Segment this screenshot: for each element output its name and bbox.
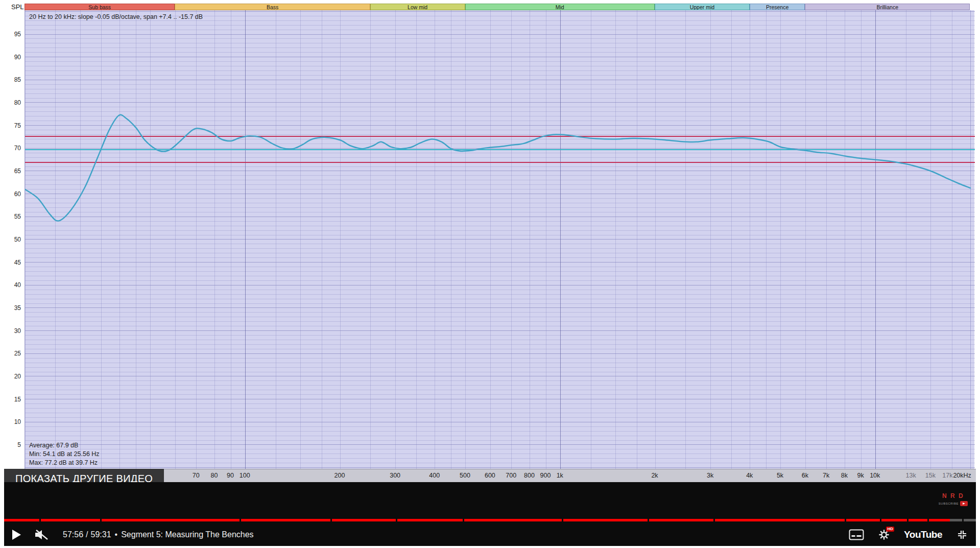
x-tick-label: 700: [506, 472, 516, 479]
chapter-gap: [100, 519, 102, 521]
chapter-gap: [907, 519, 909, 521]
time-current: 57:56: [63, 530, 83, 539]
stat-average: Average: 67.9 dB: [29, 441, 100, 450]
watermark-subscribe-row: SUBSCRIBE: [939, 501, 968, 506]
chapter-gap: [396, 519, 397, 521]
chapter-bullet: •: [115, 530, 118, 539]
band-upper-mid: Upper mid: [655, 4, 750, 10]
settings-button[interactable]: HD: [878, 529, 890, 540]
band-row: Sub bassBassLow midMidUpper midPresenceB…: [25, 4, 970, 10]
watermark-subscribe-label: SUBSCRIBE: [939, 502, 959, 505]
stats-block: Average: 67.9 dB Min: 54.1 dB at 25.56 H…: [29, 441, 100, 467]
band-brilliance: Brilliance: [805, 4, 970, 10]
x-tick-label: 5k: [777, 472, 783, 479]
chapter-gap: [845, 519, 846, 521]
spl-chart: SPL Sub bassBassLow midMidUpper midPrese…: [4, 2, 976, 482]
chapter-title[interactable]: Segment 5: Measuring The Benches: [121, 530, 253, 539]
x-tick-label: 13k: [905, 472, 916, 479]
y-tick-label: 35: [4, 304, 21, 312]
x-tick-label: 15k: [925, 472, 936, 479]
chapter-gap: [648, 519, 649, 521]
x-tick-label: 3k: [707, 472, 713, 479]
x-tick-label: 100: [240, 472, 250, 479]
band-sub-bass: Sub bass: [25, 4, 175, 10]
left-controls: 57:56 / 59:31 • Segment 5: Measuring The…: [12, 529, 254, 540]
plot-area: 20 Hz to 20 kHz: slope -0.05 dB/octave, …: [25, 10, 974, 469]
x-tick-label: 900: [540, 472, 551, 479]
y-tick-label: 45: [4, 258, 21, 267]
band-bass: Bass: [175, 4, 370, 10]
player-bottom-bar: N R D SUBSCRIBE: [4, 482, 976, 546]
y-tick-label: 15: [4, 395, 21, 403]
band-mid: Mid: [465, 4, 655, 10]
x-tick-label: 600: [485, 472, 495, 479]
y-tick-label: 10: [4, 418, 21, 426]
band-presence: Presence: [750, 4, 805, 10]
chapter-gap: [39, 519, 41, 521]
chapter-gap: [962, 519, 964, 521]
time-duration: 59:31: [91, 530, 111, 539]
right-controls: HD YouTube: [849, 529, 968, 540]
x-tick-label: 10k: [870, 472, 880, 479]
channel-watermark[interactable]: N R D SUBSCRIBE: [939, 492, 968, 506]
fullscreen-button[interactable]: [957, 529, 968, 540]
y-tick-label: 20: [4, 372, 21, 380]
stat-max: Max: 77.2 dB at 39.7 Hz: [29, 459, 100, 467]
y-tick-label: 65: [4, 167, 21, 175]
y-tick-label: 50: [4, 235, 21, 244]
y-tick-label: 85: [4, 76, 21, 84]
x-tick-label: 8k: [841, 472, 848, 479]
x-tick-label: 2k: [651, 472, 658, 479]
y-tick-label: 75: [4, 122, 21, 130]
chapter-gap: [463, 519, 464, 521]
x-tick-label: 200: [334, 472, 345, 479]
x-tick-label: 9k: [857, 472, 864, 479]
y-tick-label: 95: [4, 30, 21, 38]
x-tick-label: 70: [193, 472, 200, 479]
x-tick-label: 80: [211, 472, 218, 479]
chapter-gap: [562, 519, 563, 521]
player-controls: 57:56 / 59:31 • Segment 5: Measuring The…: [4, 526, 976, 543]
y-tick-label: 55: [4, 212, 21, 221]
chapter-gap: [330, 519, 332, 521]
play-button[interactable]: [12, 530, 21, 540]
x-tick-label: 90: [227, 472, 234, 479]
x-tick-label: 20kHz: [953, 472, 971, 479]
x-tick-label: 300: [390, 472, 400, 479]
video-player[interactable]: SPL Sub bassBassLow midMidUpper midPrese…: [4, 2, 976, 546]
x-tick-label: 500: [460, 472, 470, 479]
y-tick-label: 25: [4, 349, 21, 358]
y-tick-label: 90: [4, 53, 21, 61]
volume-muted-icon: [34, 529, 49, 540]
progress-played: [4, 519, 950, 521]
plot-svg: [25, 10, 975, 469]
watermark-play-icon: [960, 501, 968, 506]
range-info: 20 Hz to 20 kHz: slope -0.05 dB/octave, …: [29, 13, 203, 20]
exit-fullscreen-icon: [957, 529, 968, 540]
chapter-gap: [713, 519, 715, 521]
hd-badge: HD: [886, 527, 894, 532]
youtube-logo[interactable]: YouTube: [904, 529, 942, 540]
page: SPL Sub bassBassLow midMidUpper midPrese…: [0, 0, 980, 548]
chapter-gap: [240, 519, 241, 521]
time-divider: /: [86, 530, 88, 539]
chapter-gap: [927, 519, 929, 521]
x-tick-label: 17k: [942, 472, 952, 479]
progress-bar[interactable]: [4, 519, 976, 521]
y-tick-label: 5: [4, 441, 21, 449]
x-tick-label: 4k: [746, 472, 753, 479]
x-tick-label: 7k: [823, 472, 829, 479]
y-tick-label: 30: [4, 327, 21, 335]
y-tick-label: 80: [4, 99, 21, 107]
subtitles-button[interactable]: [849, 529, 864, 540]
response-curve: [25, 115, 970, 221]
play-icon: [12, 530, 21, 540]
band-low-mid: Low mid: [370, 4, 465, 10]
subtitles-icon: [849, 529, 864, 540]
stat-min: Min: 54.1 dB at 25.56 Hz: [29, 450, 100, 459]
x-tick-label: 1k: [557, 472, 563, 479]
time-display: 57:56 / 59:31 • Segment 5: Measuring The…: [63, 530, 254, 539]
x-tick-label: 6k: [802, 472, 808, 479]
volume-button[interactable]: [34, 529, 49, 540]
x-tick-label: 400: [429, 472, 440, 479]
